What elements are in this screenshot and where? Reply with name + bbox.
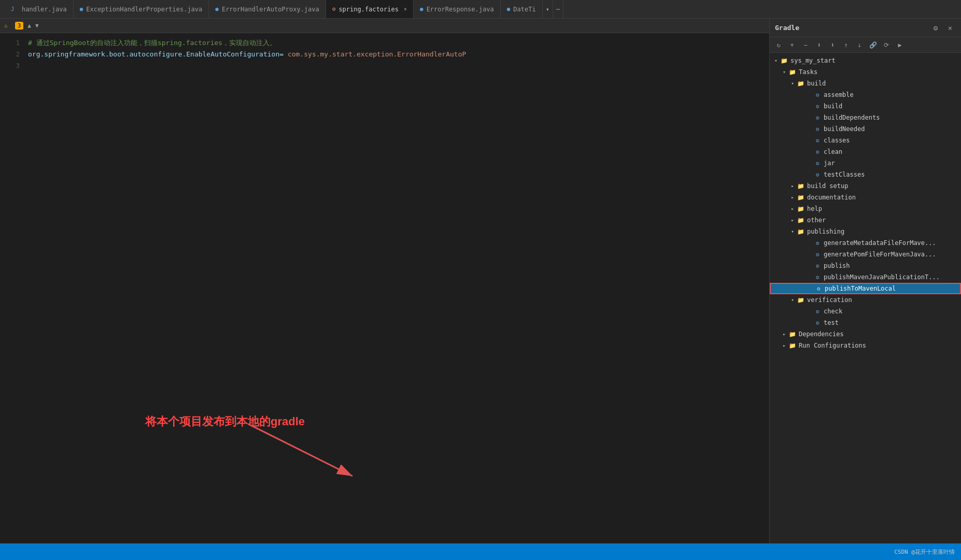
gradle-reload-icon[interactable]: ⟳: [881, 39, 892, 51]
test-icon: ⚙: [813, 319, 822, 327]
tree-check[interactable]: ⚙ check: [770, 306, 961, 317]
gradle-minus-icon[interactable]: −: [800, 39, 811, 51]
tree-build-task[interactable]: ⚙ build: [770, 100, 961, 112]
tree-classes[interactable]: ⚙ classes: [770, 135, 961, 146]
tab-dateti[interactable]: ● DateTi: [501, 0, 543, 19]
root-label: sys_my_start: [790, 57, 836, 64]
gradle-up-icon[interactable]: ↑: [840, 39, 852, 51]
tree-buildNeeded[interactable]: ⚙ buildNeeded: [770, 123, 961, 135]
tab-more-options[interactable]: ⋯: [553, 0, 563, 19]
build-setup-arrow[interactable]: [788, 182, 797, 190]
svg-line-1: [249, 424, 352, 476]
tree-jar[interactable]: ⚙ jar: [770, 157, 961, 169]
tab-icon-errorhandler: ●: [215, 6, 219, 12]
tree-documentation[interactable]: 📁 documentation: [770, 192, 961, 203]
build-setup-folder-icon: 📁: [797, 182, 805, 190]
gradle-down-icon[interactable]: ↓: [854, 39, 865, 51]
help-folder-icon: 📁: [797, 205, 805, 213]
annotation-container: 将本个项目发布到本地的gradle: [145, 414, 305, 429]
editor-content[interactable]: 1 # 通过SpringBoot的自动注入功能，扫描spring.factori…: [0, 33, 769, 76]
dependencies-arrow[interactable]: [780, 330, 788, 338]
tree-build-setup[interactable]: 📁 build setup: [770, 180, 961, 192]
documentation-label: documentation: [807, 194, 856, 201]
tree-help[interactable]: 📁 help: [770, 203, 961, 214]
classes-label: classes: [824, 137, 850, 144]
tab-icon-dateti: ●: [507, 6, 511, 12]
gradle-download2-icon[interactable]: ⬇: [827, 39, 838, 51]
verification-arrow[interactable]: [788, 296, 797, 304]
tab-overflow[interactable]: ▾: [543, 0, 553, 19]
publishing-label: publishing: [807, 228, 844, 235]
build-folder-icon: 📁: [797, 79, 805, 88]
tree-test[interactable]: ⚙ test: [770, 317, 961, 328]
gradle-settings-icon[interactable]: ⚙: [930, 22, 941, 34]
tree-publishing[interactable]: 📁 publishing: [770, 226, 961, 237]
tasks-folder-icon: 📁: [788, 68, 797, 76]
build-task-icon: ⚙: [813, 102, 822, 110]
status-bar: CSDN @花开十里落叶情: [0, 543, 961, 560]
main-area: ⚠ 3 ▲ ▼ 1 # 通过SpringBoot的自动注入功能，扫描spring…: [0, 19, 961, 543]
help-arrow[interactable]: [788, 205, 797, 213]
jar-icon: ⚙: [813, 159, 822, 167]
publishing-arrow[interactable]: [788, 227, 797, 236]
toolbar-arrow-down[interactable]: ▼: [35, 22, 39, 29]
tree-verification[interactable]: 📁 verification: [770, 294, 961, 306]
gradle-tree[interactable]: 📁 sys_my_start 📁 Tasks 📁 build: [770, 53, 961, 543]
tab-bar: J handler.java ● ExceptionHandlerPropert…: [0, 0, 961, 19]
tree-generateMetadata[interactable]: ⚙ generateMetadataFileForMave...: [770, 237, 961, 249]
tree-generatePom[interactable]: ⚙ generatePomFileForMavenJava...: [770, 249, 961, 260]
tasks-arrow[interactable]: [780, 68, 788, 76]
test-label: test: [824, 319, 839, 326]
help-label: help: [807, 205, 822, 212]
tab-icon-spring-factories: ⚙: [332, 6, 336, 12]
tree-dependencies[interactable]: 📁 Dependencies: [770, 328, 961, 340]
toolbar-arrow-up[interactable]: ▲: [27, 22, 31, 29]
run-configs-arrow[interactable]: [780, 341, 788, 350]
tree-assemble[interactable]: ⚙ assemble: [770, 89, 961, 100]
tab-spring-factories[interactable]: ⚙ spring.factories ×: [326, 0, 414, 19]
assemble-icon: ⚙: [813, 91, 822, 99]
buildNeeded-label: buildNeeded: [824, 125, 865, 133]
gradle-header: Gradle ⚙ ×: [770, 19, 961, 37]
tab-close-spring-factories[interactable]: ×: [404, 6, 407, 12]
tree-publish[interactable]: ⚙ publish: [770, 260, 961, 271]
gradle-expand-icon[interactable]: ▶: [894, 39, 906, 51]
build-arrow[interactable]: [788, 79, 797, 88]
editor-toolbar: ⚠ 3 ▲ ▼: [0, 19, 769, 33]
publishToMavenLocal-label: publishToMavenLocal: [825, 285, 896, 292]
other-arrow[interactable]: [788, 216, 797, 224]
verification-folder-icon: 📁: [797, 296, 805, 304]
tab-exception[interactable]: ● ExceptionHandlerProperties.java: [74, 0, 209, 19]
gradle-download-icon[interactable]: ⬇: [813, 39, 825, 51]
gradle-link-icon[interactable]: 🔗: [867, 39, 879, 51]
jar-label: jar: [824, 160, 835, 167]
tree-buildDependents[interactable]: ⚙ buildDependents: [770, 112, 961, 123]
tab-icon-errorresponse: ●: [420, 6, 423, 12]
gradle-refresh-icon[interactable]: ↻: [773, 39, 784, 51]
buildDependents-label: buildDependents: [824, 114, 880, 121]
tree-run-configs[interactable]: 📁 Run Configurations: [770, 340, 961, 351]
tree-testClasses[interactable]: ⚙ testClasses: [770, 169, 961, 180]
other-label: other: [807, 217, 826, 224]
editor-area: ⚠ 3 ▲ ▼ 1 # 通过SpringBoot的自动注入功能，扫描spring…: [0, 19, 769, 543]
tree-publishToMavenLocal[interactable]: ⚙ publishToMavenLocal: [770, 283, 961, 294]
tasks-label: Tasks: [799, 68, 817, 76]
tree-other[interactable]: 📁 other: [770, 214, 961, 226]
tab-errorhandler[interactable]: ● ErrorHandlerAutoProxy.java: [209, 0, 326, 19]
build-label: build: [807, 80, 826, 87]
gradle-header-icons: ⚙ ×: [930, 22, 956, 34]
documentation-arrow[interactable]: [788, 193, 797, 202]
gradle-add-icon[interactable]: +: [786, 39, 798, 51]
tab-handler[interactable]: J handler.java: [2, 0, 74, 19]
root-arrow[interactable]: [772, 56, 780, 65]
buildNeeded-icon: ⚙: [813, 125, 822, 133]
gradle-close-icon[interactable]: ×: [944, 22, 956, 34]
annotation-arrow: [249, 424, 404, 486]
tree-clean[interactable]: ⚙ clean: [770, 146, 961, 157]
generateMetadata-icon: ⚙: [813, 239, 822, 247]
tab-errorresponse[interactable]: ● ErrorResponse.java: [414, 0, 501, 19]
tree-publishMaven[interactable]: ⚙ publishMavenJavaPublicationT...: [770, 271, 961, 283]
tree-tasks[interactable]: 📁 Tasks: [770, 66, 961, 78]
tree-root[interactable]: 📁 sys_my_start: [770, 55, 961, 66]
tree-build[interactable]: 📁 build: [770, 78, 961, 89]
